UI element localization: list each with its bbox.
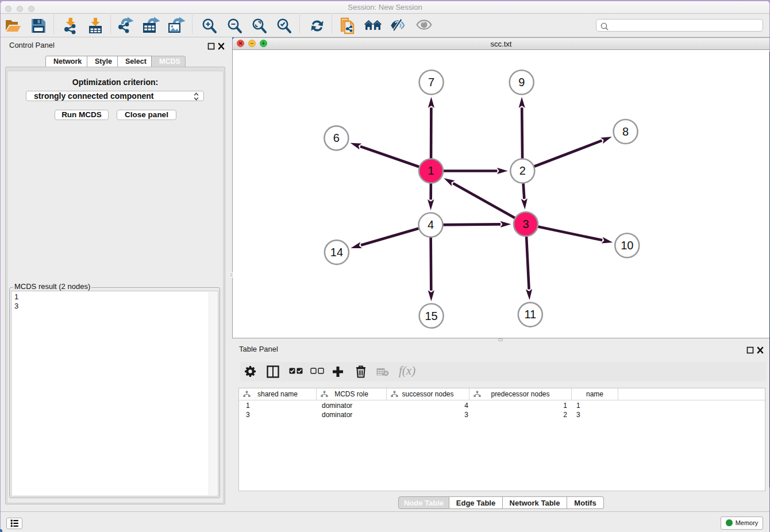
svg-text:3: 3	[522, 218, 529, 230]
svg-text:10: 10	[621, 239, 633, 252]
svg-text:4: 4	[428, 218, 434, 231]
svg-text:2: 2	[519, 164, 526, 177]
svg-text:15: 15	[425, 310, 437, 322]
svg-text:11: 11	[524, 308, 536, 321]
svg-text:8: 8	[622, 125, 629, 138]
svg-text:1: 1	[428, 164, 434, 177]
svg-text:7: 7	[428, 76, 434, 88]
svg-text:6: 6	[333, 132, 340, 144]
svg-text:9: 9	[518, 76, 525, 88]
svg-text:14: 14	[330, 246, 343, 259]
